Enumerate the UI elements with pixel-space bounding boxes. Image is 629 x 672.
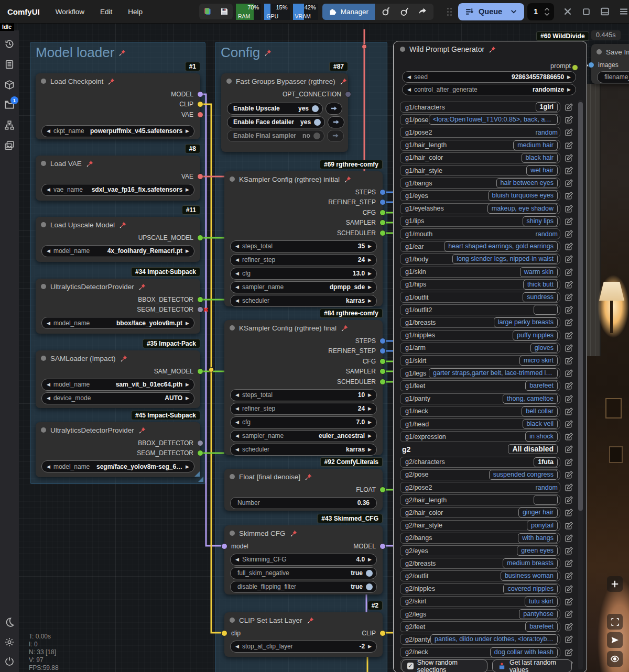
wild-row-value[interactable]: covered nipples [503, 584, 558, 594]
edit-pencil-icon[interactable] [565, 103, 573, 112]
edit-pencil-icon[interactable] [565, 585, 573, 593]
prompt-output-slot[interactable] [572, 64, 578, 71]
wild-row-value[interactable]: suspended congress [489, 470, 558, 480]
combo-widget-sampler_name[interactable]: ◀sampler_namedpmpp_sde▶ [230, 281, 377, 293]
wild-row-g1-feet[interactable]: g1/feetbarefeet [400, 380, 560, 391]
edit-pencil-icon[interactable] [565, 420, 573, 428]
output-slot[interactable] [197, 440, 203, 446]
combo-widget-refiner_step[interactable]: ◀refiner_step24▶ [230, 254, 377, 266]
wild-row-value[interactable]: micro skirt [519, 356, 558, 366]
workflows-icon[interactable]: 1 [4, 100, 15, 110]
next-value-icon[interactable]: ▶ [368, 447, 372, 452]
wild-row-value[interactable]: panties, dildo under clothes, <lora:toyb… [430, 634, 558, 644]
wild-row-value[interactable]: puffy nipples [513, 331, 558, 340]
wild-row-value[interactable] [534, 305, 558, 315]
combo-widget-cfg[interactable]: ◀cfg13.0▶ [230, 268, 377, 280]
wild-row-value[interactable]: tutu skirt [525, 597, 558, 607]
next-value-icon[interactable]: ▶ [368, 257, 372, 262]
wild-row-g2-hair_style[interactable]: g2/hair_styleponytail [400, 520, 560, 531]
prev-value-icon[interactable]: ◀ [235, 433, 239, 438]
edit-pencil-icon[interactable] [565, 115, 573, 124]
wild-row-g1-breasts[interactable]: g1/breastslarge perky breasts [400, 317, 560, 328]
wild-row-g1-skirt[interactable]: g1/skirtmicro skirt [400, 355, 560, 366]
wild-row-value[interactable]: black veil [523, 419, 558, 429]
next-value-icon[interactable]: ▶ [368, 420, 372, 425]
wild-row-value[interactable]: random [536, 230, 558, 238]
history-icon[interactable] [4, 39, 15, 49]
edit-pencil-icon[interactable] [565, 128, 573, 137]
edit-pencil-icon[interactable] [565, 432, 573, 441]
menu-item-edit[interactable]: Edit [100, 8, 112, 16]
prev-value-icon[interactable]: ◀ [235, 447, 239, 452]
output-slot[interactable] [379, 219, 386, 226]
zoom-in-button[interactable] [607, 576, 623, 592]
next-value-icon[interactable]: ▶ [368, 644, 372, 649]
edit-pencil-icon[interactable] [565, 242, 573, 251]
collapse-dot-icon[interactable] [400, 47, 405, 52]
toggle-visibility-button[interactable] [607, 651, 623, 667]
wild-row-g2-pose[interactable]: g2/posesuspended congress [400, 469, 560, 480]
wild-row-g2-hair_color[interactable]: g2/hair_colorginger hair [400, 507, 560, 518]
wild-row-value[interactable]: hair between eyes [496, 178, 558, 188]
next-value-icon[interactable]: ▶ [368, 406, 372, 411]
edit-pencil-icon[interactable] [565, 571, 573, 580]
model-library-icon[interactable] [4, 80, 15, 90]
queue-button[interactable]: Queue [458, 3, 524, 20]
node[interactable]: CLIP Set Last LayerclipCLIP◀stop_at_clip… [224, 612, 383, 657]
node[interactable]: Load Upscale ModelUPSCALE_MODEL◀model_na… [36, 217, 200, 262]
next-value-icon[interactable]: ▶ [186, 382, 189, 387]
collapse-dot-icon[interactable] [230, 325, 235, 331]
wild-row-value[interactable]: random [536, 484, 558, 491]
wild-row-value[interactable]: garter straps,garter belt, lace-trimmed … [429, 368, 558, 378]
combo-widget-steps_total[interactable]: ◀steps_total35▶ [230, 240, 377, 252]
toggle-knob[interactable] [366, 583, 373, 590]
settings-gear-icon[interactable] [4, 637, 15, 647]
wild-row-g1-arm[interactable]: g1/armgloves [400, 343, 560, 354]
edit-pencil-icon[interactable] [565, 534, 573, 543]
wild-row-value[interactable]: barefeet [525, 381, 558, 391]
edit-pencil-icon[interactable] [565, 521, 573, 530]
show-random-selections-checkbox[interactable]: ✓Show random selections [402, 659, 487, 672]
edit-pencil-icon[interactable] [565, 508, 573, 517]
output-slot[interactable] [197, 112, 203, 118]
output-slot[interactable] [379, 368, 386, 374]
next-value-icon[interactable]: ▶ [567, 74, 571, 80]
collapse-dot-icon[interactable] [41, 284, 46, 289]
node-map-icon[interactable] [381, 7, 391, 17]
output-slot[interactable] [345, 91, 351, 97]
edit-pencil-icon[interactable] [565, 483, 573, 492]
wild-row-g2-panty[interactable]: g2/pantypanties, dildo under clothes, <l… [400, 634, 560, 645]
collapse-dot-icon[interactable] [41, 161, 46, 166]
wild-prompt-generator-panel[interactable]: Wild Prompt Generatorprompt◀seed92863455… [393, 41, 587, 672]
node[interactable]: Fast Groups Bypasser (rgthree)OPT_CONNEC… [221, 73, 348, 152]
wild-row-value[interactable]: medium breasts [503, 558, 558, 568]
prev-value-icon[interactable]: ◀ [47, 395, 50, 401]
wild-row-value[interactable]: thick butt [523, 280, 558, 290]
wild-row-g2-breasts[interactable]: g2/breastsmedium breasts [400, 558, 560, 569]
wild-row-g1-skin[interactable]: g1/skinwarm skin [400, 267, 560, 278]
wild-row-g1-eyelashes[interactable]: g1/eyelashesmakeup, eye shadow [400, 203, 560, 214]
wild-row-value[interactable]: dog collar with leash [490, 647, 558, 657]
next-value-icon[interactable]: ▶ [368, 298, 372, 303]
get-last-random-values-button[interactable]: Get last random values [492, 659, 572, 672]
wild-row-g1-body[interactable]: g1/bodylong slender legs, nipped-in wais… [400, 254, 560, 265]
manager-button[interactable]: Manager [322, 4, 375, 20]
edit-pencil-icon[interactable] [565, 648, 573, 657]
edit-pencil-icon[interactable] [565, 268, 573, 277]
combo-widget-cfg[interactable]: ◀cfg7.0▶ [230, 416, 377, 428]
stop-button[interactable] [581, 7, 591, 17]
wild-row-value[interactable]: makeup, eye shadow [487, 204, 558, 214]
wild-row-value[interactable]: large perky breasts [494, 317, 558, 327]
wild-row-g1-hair_color[interactable]: g1/hair_colorblack hair [400, 152, 560, 163]
input-slot[interactable] [221, 630, 227, 636]
wild-row-value[interactable]: heart shaped earrings, gold earrings [444, 241, 558, 251]
prev-value-icon[interactable]: ◀ [235, 406, 239, 411]
combo-widget-model_name[interactable]: ◀model_namesam_vit_b_01ec64.pth▶ [41, 379, 194, 391]
edit-pencil-icon[interactable] [565, 610, 573, 619]
wild-row-value[interactable]: sundress [523, 292, 558, 302]
collapse-dot-icon[interactable] [226, 79, 232, 84]
wild-row-value[interactable]: black hair [522, 153, 558, 163]
combo-widget-model_name[interactable]: ◀model_name4x_foolhardy_Remacri.pt▶ [41, 245, 194, 257]
output-slot[interactable] [379, 630, 386, 636]
wild-row-g1-ear[interactable]: g1/earheart shaped earrings, gold earrin… [400, 241, 560, 252]
